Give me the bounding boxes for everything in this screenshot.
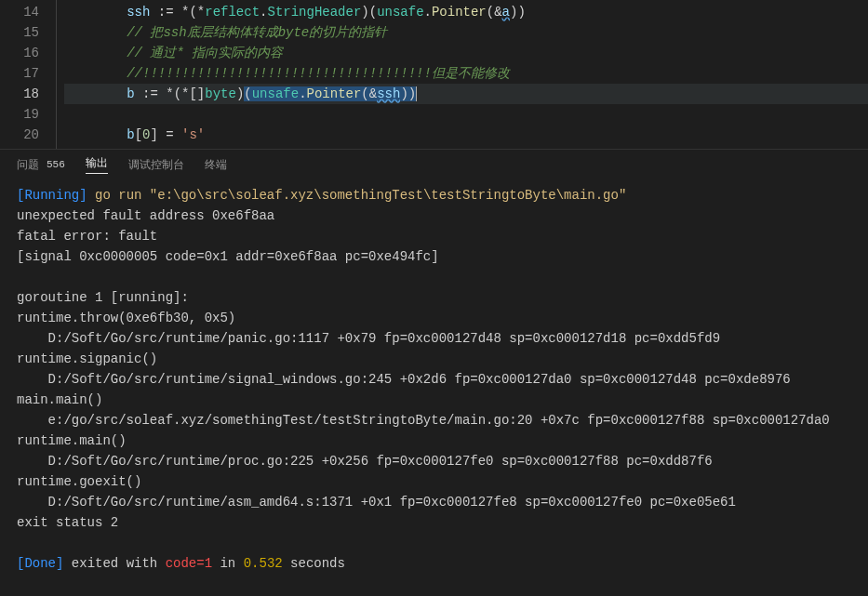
terminal-line: runtime.main() bbox=[17, 430, 851, 451]
code-line[interactable]: b := *(*[]byte)(unsafe.Pointer(&ssh)) bbox=[64, 84, 868, 104]
terminal-segment: fatal error: fault bbox=[17, 229, 157, 244]
code-token: [ bbox=[135, 127, 142, 142]
code-token: ( bbox=[189, 5, 196, 20]
code-line[interactable]: ssh := *(*reflect.StringHeader)(unsafe.P… bbox=[64, 2, 868, 22]
tab-output[interactable]: 输出 bbox=[86, 155, 108, 174]
terminal-line: goroutine 1 [running]: bbox=[17, 287, 851, 308]
panel-tabstrip: 问题 556 输出 调试控制台 终端 bbox=[0, 149, 868, 178]
code-token: := bbox=[142, 86, 166, 101]
code-token: [] bbox=[189, 86, 205, 101]
code-token: ) bbox=[408, 86, 416, 101]
terminal-segment: go run "e:\go\src\soleaf.xyz\somethingTe… bbox=[87, 188, 627, 203]
terminal-line: D:/Soft/Go/src/runtime/signal_windows.go… bbox=[17, 369, 851, 390]
terminal-line: [Done] exited with code=1 in 0.532 secon… bbox=[17, 553, 851, 574]
line-number: 19 bbox=[0, 104, 39, 125]
tab-debug-console[interactable]: 调试控制台 bbox=[128, 157, 184, 173]
code-line[interactable]: b[0] = 's' bbox=[64, 125, 868, 145]
code-token: = bbox=[158, 127, 181, 142]
terminal-line: runtime.sigpanic() bbox=[17, 349, 851, 369]
code-token: b bbox=[127, 127, 134, 142]
code-token: ( bbox=[361, 86, 368, 101]
terminal-segment: exited with bbox=[63, 556, 165, 571]
terminal-line: D:/Soft/Go/src/runtime/panic.go:1117 +0x… bbox=[17, 328, 851, 349]
code-token: ) bbox=[361, 5, 368, 20]
code-token: ssh bbox=[127, 5, 158, 20]
terminal-line: unexpected fault address 0xe6f8aa bbox=[17, 205, 851, 226]
code-content[interactable]: ssh := *(*reflect.StringHeader)(unsafe.P… bbox=[56, 0, 868, 149]
problems-count-badge: 556 bbox=[47, 159, 65, 170]
terminal-segment: main.main() bbox=[17, 392, 102, 407]
terminal-segment: goroutine 1 [running]: bbox=[17, 290, 189, 305]
terminal-segment: [Running] bbox=[17, 188, 87, 203]
terminal-segment: D:/Soft/Go/src/runtime/proc.go:225 +0x25… bbox=[17, 454, 713, 469]
code-token: byte bbox=[205, 86, 236, 101]
code-token: unsafe bbox=[377, 5, 423, 20]
code-token: ( bbox=[244, 86, 251, 101]
terminal-line bbox=[17, 267, 851, 287]
code-line[interactable]: //!!!!!!!!!!!!!!!!!!!!!!!!!!!!!!!!!!!!!但… bbox=[64, 63, 868, 84]
text-cursor bbox=[416, 86, 417, 101]
tab-terminal[interactable]: 终端 bbox=[205, 157, 227, 173]
terminal-segment: D:/Soft/Go/src/runtime/signal_windows.go… bbox=[17, 372, 791, 387]
terminal-segment: [signal 0xc0000005 code=0x1 addr=0xe6f8a… bbox=[17, 249, 439, 264]
code-line[interactable]: // 把ssh底层结构体转成byte的切片的指针 bbox=[64, 22, 868, 43]
terminal-line: D:/Soft/Go/src/runtime/asm_amd64.s:1371 … bbox=[17, 492, 851, 512]
terminal-line: main.main() bbox=[17, 390, 851, 410]
line-number: 17 bbox=[0, 63, 39, 84]
code-token: ( bbox=[174, 86, 181, 101]
code-token: Pointer bbox=[432, 5, 487, 20]
terminal-segment: runtime.goexit() bbox=[17, 474, 141, 489]
terminal-segment: code=1 bbox=[166, 556, 212, 571]
line-number-gutter: 14151617181920 bbox=[0, 0, 56, 149]
terminal-segment: D:/Soft/Go/src/runtime/asm_amd64.s:1371 … bbox=[17, 495, 736, 510]
terminal-segment: e:/go/src/soleaf.xyz/somethingTest/testS… bbox=[17, 413, 830, 428]
code-token: b bbox=[127, 86, 142, 101]
tab-problems[interactable]: 问题 bbox=[17, 157, 39, 173]
code-token: Pointer bbox=[307, 86, 362, 101]
output-panel[interactable]: [Running] go run "e:\go\src\soleaf.xyz\s… bbox=[0, 178, 868, 581]
terminal-segment: 0.532 bbox=[244, 556, 283, 571]
code-token: unsafe bbox=[252, 86, 299, 101]
code-line[interactable]: // 通过* 指向实际的内容 bbox=[64, 43, 868, 63]
terminal-segment: runtime.throw(0xe6fb30, 0x5) bbox=[17, 311, 235, 325]
code-token: ssh bbox=[377, 86, 400, 101]
line-number: 15 bbox=[0, 22, 39, 43]
code-token: StringHeader bbox=[267, 5, 361, 20]
terminal-segment: D:/Soft/Go/src/runtime/panic.go:1117 +0x… bbox=[17, 331, 720, 346]
terminal-segment: seconds bbox=[283, 556, 345, 571]
terminal-line: exit status 2 bbox=[17, 512, 851, 533]
line-number: 18 bbox=[0, 84, 39, 104]
terminal-line: e:/go/src/soleaf.xyz/somethingTest/testS… bbox=[17, 410, 851, 430]
code-token: ) bbox=[400, 86, 407, 101]
line-number: 20 bbox=[0, 125, 39, 145]
code-token: // 通过* 指向实际的内容 bbox=[127, 46, 283, 60]
terminal-segment: runtime.sigpanic() bbox=[17, 351, 157, 366]
code-token: ) bbox=[517, 5, 525, 20]
terminal-segment: runtime.main() bbox=[17, 433, 127, 448]
terminal-segment: in bbox=[212, 556, 244, 571]
terminal-segment: [Done] bbox=[17, 556, 63, 571]
terminal-line: [Running] go run "e:\go\src\soleaf.xyz\s… bbox=[17, 185, 851, 205]
terminal-line: runtime.goexit() bbox=[17, 471, 851, 492]
code-token: . bbox=[424, 5, 432, 20]
code-token: * bbox=[166, 86, 173, 101]
terminal-line bbox=[17, 533, 851, 553]
code-line[interactable] bbox=[64, 104, 868, 125]
code-token: a bbox=[502, 5, 510, 20]
code-token: * bbox=[197, 5, 205, 20]
code-token: & bbox=[369, 86, 377, 101]
line-number: 14 bbox=[0, 2, 39, 22]
code-token: . bbox=[299, 86, 306, 101]
code-token: 's' bbox=[181, 127, 205, 142]
terminal-line: D:/Soft/Go/src/runtime/proc.go:225 +0x25… bbox=[17, 451, 851, 471]
code-token: reflect bbox=[205, 5, 260, 20]
line-number: 16 bbox=[0, 43, 39, 63]
code-token: ( bbox=[369, 5, 377, 20]
code-token: := bbox=[158, 5, 181, 20]
code-editor[interactable]: 14151617181920 ssh := *(*reflect.StringH… bbox=[0, 0, 868, 149]
terminal-line: runtime.throw(0xe6fb30, 0x5) bbox=[17, 308, 851, 328]
code-token: & bbox=[494, 5, 501, 20]
terminal-line: [signal 0xc0000005 code=0x1 addr=0xe6f8a… bbox=[17, 246, 851, 267]
code-token: ] bbox=[150, 127, 157, 142]
code-token: //!!!!!!!!!!!!!!!!!!!!!!!!!!!!!!!!!!!!!但… bbox=[127, 66, 510, 81]
